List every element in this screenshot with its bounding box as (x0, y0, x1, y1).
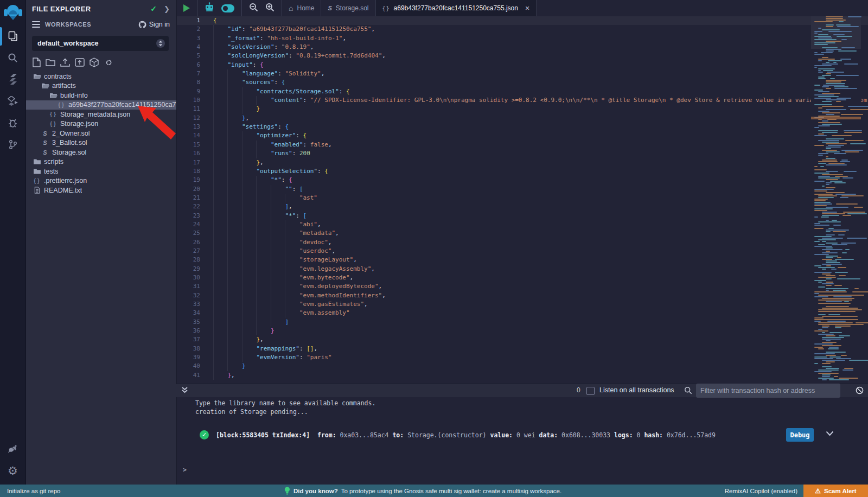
code-line-33[interactable]: 33"evm.gasEstimates", (176, 300, 868, 309)
terminal-prompt[interactable]: > (183, 466, 187, 474)
tree-item-artifacts[interactable]: artifacts (25, 81, 176, 91)
run-script-icon[interactable] (183, 4, 190, 12)
code-line-39[interactable]: 39"evmVersion": "paris" (176, 353, 868, 362)
code-line-2[interactable]: 2"id": "a69b43f277ba20fcac141151250ca755… (176, 25, 868, 34)
listen-all-transactions-checkbox[interactable] (586, 387, 595, 395)
code-line-36[interactable]: 36} (176, 327, 868, 335)
code-line-35[interactable]: 35] (176, 318, 868, 327)
deploy-run-icon[interactable] (0, 90, 25, 112)
upload-folder-icon[interactable] (75, 58, 85, 67)
scam-alert-button[interactable]: ⚠ Scam Alert (803, 485, 868, 497)
tree-item-scripts[interactable]: scripts (25, 157, 176, 167)
git-icon[interactable] (0, 133, 25, 155)
tree-item-3-ballot-sol[interactable]: S3_Ballot.sol (25, 138, 176, 148)
code-line-27[interactable]: 27"userdoc", (176, 247, 868, 256)
code-editor[interactable]: 1{2"id": "a69b43f277ba20fcac141151250ca7… (176, 16, 868, 384)
tab-a69b43f277ba20fcac141151250ca755-json[interactable]: {}a69b43f277ba20fcac141151250ca755.json× (376, 0, 537, 16)
code-line-26[interactable]: 26"devdoc", (176, 238, 868, 247)
ipfs-box-icon[interactable] (90, 58, 99, 67)
code-line-8[interactable]: 8"sources": { (176, 78, 868, 87)
ai-copilot-toggle[interactable] (221, 4, 234, 12)
remix-ide-window: ⚙ FILE EXPLORER ✓ ❯ WORKSPACES Sign in d… (0, 0, 868, 497)
debug-button[interactable]: Debug (786, 428, 814, 442)
sign-in-button[interactable]: Sign in (138, 21, 170, 29)
code-line-23[interactable]: 23"*": [ (176, 212, 868, 220)
code-line-7[interactable]: 7"language": "Solidity", (176, 69, 868, 78)
zoom-out-icon[interactable] (249, 3, 258, 14)
transaction-count-badge: 0 (577, 386, 580, 394)
tab-storage-sol[interactable]: SStorage.sol (321, 0, 375, 16)
code-line-13[interactable]: 13"settings": { (176, 123, 868, 131)
tree-item-storage-metadata-json[interactable]: {}Storage_metadata.json (25, 110, 176, 119)
transaction-success-icon[interactable]: ✓ (200, 430, 209, 439)
code-line-20[interactable]: 20"": [ (176, 185, 868, 194)
code-line-28[interactable]: 28"storageLayout", (176, 256, 868, 264)
transaction-filter-input[interactable] (696, 384, 840, 398)
code-line-16[interactable]: 16"runs": 200 (176, 149, 868, 158)
link-icon[interactable] (104, 58, 114, 67)
transaction-log[interactable]: [block:5583405 txIndex:4] from: 0xa03...… (216, 431, 716, 439)
tree-item--prettierrc-json[interactable]: {}.prettierrc.json (25, 176, 176, 186)
minimap[interactable] (811, 16, 861, 384)
remix-logo[interactable] (0, 0, 25, 25)
code-line-11[interactable]: 11} (176, 105, 868, 113)
tree-item-tests[interactable]: tests (25, 167, 176, 176)
chevron-right-icon[interactable]: ❯ (164, 5, 170, 13)
code-line-38[interactable]: 38"remappings": [], (176, 345, 868, 353)
code-line-29[interactable]: 29"evm.legacyAssembly", (176, 265, 868, 273)
terminal[interactable]: Type the library name to see available c… (176, 397, 868, 485)
workspace-select[interactable]: default_workspace (32, 36, 169, 51)
code-line-6[interactable]: 6"input": { (176, 61, 868, 69)
code-line-4[interactable]: 4"solcVersion": "0.8.19", (176, 43, 868, 52)
upload-file-icon[interactable] (60, 58, 70, 67)
code-line-24[interactable]: 24"abi", (176, 220, 868, 229)
plugin-manager-icon[interactable] (0, 438, 25, 460)
code-line-40[interactable]: 40} (176, 362, 868, 371)
code-line-18[interactable]: 18"outputSelection": { (176, 167, 868, 176)
search-icon[interactable] (0, 47, 25, 68)
code-line-34[interactable]: 34"evm.assembly" (176, 309, 868, 317)
code-line-14[interactable]: 14"optimizer": { (176, 131, 868, 140)
code-line-17[interactable]: 17}, (176, 158, 868, 167)
debugger-icon[interactable] (0, 112, 25, 133)
terminal-collapse-icon[interactable] (181, 386, 188, 396)
code-line-1[interactable]: 1{ (176, 16, 868, 25)
tab-home[interactable]: ⌂Home (282, 0, 321, 16)
tree-item-build-info[interactable]: build-info (25, 91, 176, 100)
ai-robot-icon[interactable] (205, 2, 214, 14)
new-file-icon[interactable] (33, 58, 41, 67)
code-line-25[interactable]: 25"metadata", (176, 229, 868, 238)
code-line-9[interactable]: 9"contracts/Storage.sol": { (176, 87, 868, 96)
code-line-19[interactable]: 19"*": { (176, 176, 868, 184)
code-line-32[interactable]: 32"evm.methodIdentifiers", (176, 291, 868, 300)
transaction-expand-icon[interactable] (826, 430, 834, 438)
code-line-5[interactable]: 5"solcLongVersion": "0.8.19+commit.7dd6d… (176, 52, 868, 60)
code-line-3[interactable]: 3"_format": "hh-sol-build-info-1", (176, 34, 868, 43)
code-line-31[interactable]: 31"evm.deployedBytecode", (176, 282, 868, 291)
code-line-21[interactable]: 21"ast" (176, 194, 868, 202)
workspace-menu-icon[interactable] (32, 20, 40, 29)
solidity-icon: S (41, 139, 49, 146)
copilot-status[interactable]: RemixAI Copilot (enabled) (725, 488, 797, 494)
code-line-10[interactable]: 10"content": "// SPDX-License-Identifier… (176, 96, 868, 105)
tree-item-2-owner-sol[interactable]: S2_Owner.sol (25, 129, 176, 138)
tree-item-storage-json[interactable]: {}Storage.json (25, 119, 176, 129)
file-explorer-icon[interactable] (0, 25, 25, 47)
clear-console-icon[interactable] (856, 386, 864, 397)
new-folder-icon[interactable] (46, 58, 55, 67)
tree-item-readme-txt[interactable]: README.txt (25, 186, 176, 195)
tree-item-storage-sol[interactable]: SStorage.sol (25, 148, 176, 157)
zoom-in-icon[interactable] (265, 3, 275, 14)
tree-item-contracts[interactable]: contracts (25, 72, 176, 81)
settings-gear-icon[interactable]: ⚙ (0, 460, 25, 481)
code-line-37[interactable]: 37}, (176, 335, 868, 344)
code-line-22[interactable]: 22], (176, 202, 868, 211)
tree-item-a69b43f277ba20fcac141151250ca7-[interactable]: {}a69b43f277ba20fcac141151250ca7... (25, 100, 176, 110)
code-line-15[interactable]: 15"enabled": false, (176, 141, 868, 149)
code-line-12[interactable]: 12}, (176, 114, 868, 123)
solidity-compiler-icon[interactable] (0, 68, 25, 90)
code-line-30[interactable]: 30"evm.bytecode", (176, 273, 868, 282)
code-line-41[interactable]: 41}, (176, 371, 868, 380)
git-init-status[interactable]: Initialize as git repo (7, 488, 60, 494)
close-icon[interactable]: × (525, 4, 529, 12)
